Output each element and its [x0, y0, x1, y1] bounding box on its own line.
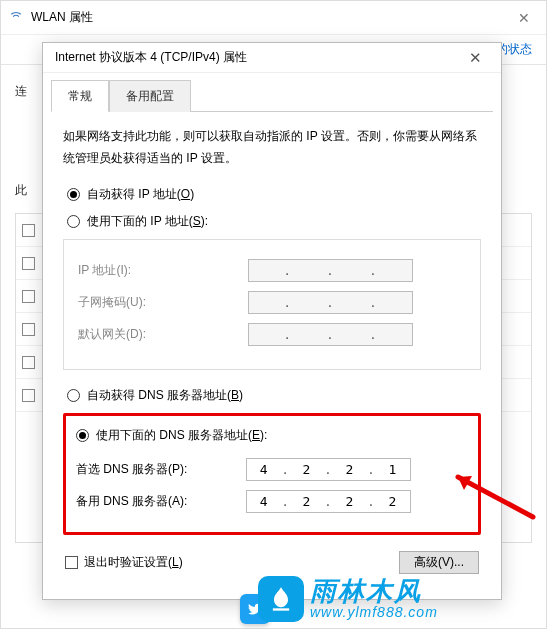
dialog-close-button[interactable]: ✕: [457, 49, 493, 67]
checkbox-icon: [22, 257, 35, 270]
checkbox-label: 退出时验证设置(L): [84, 554, 183, 571]
ip-address-label: IP 地址(I):: [78, 262, 248, 279]
validate-on-exit-checkbox[interactable]: 退出时验证设置(L): [65, 554, 183, 571]
advanced-button[interactable]: 高级(V)...: [399, 551, 479, 574]
radio-icon: [67, 389, 80, 402]
radio-icon: [67, 215, 80, 228]
checkbox-icon: [65, 556, 78, 569]
dns-group: 自动获得 DNS 服务器地址(B) 使用下面的 DNS 服务器地址(E): 首选…: [63, 382, 481, 535]
radio-manual-ip[interactable]: 使用下面的 IP 地址(S):: [63, 208, 481, 235]
hint-text: 如果网络支持此功能，则可以获取自动指派的 IP 设置。否则，你需要从网络系统管理…: [63, 126, 481, 169]
wifi-icon: [1, 9, 31, 26]
ipv4-properties-dialog: Internet 协议版本 4 (TCP/IPv4) 属性 ✕ 常规 备用配置 …: [42, 42, 502, 600]
checkbox-icon: [22, 323, 35, 336]
dialog-body: 如果网络支持此功能，则可以获取自动指派的 IP 设置。否则，你需要从网络系统管理…: [43, 112, 501, 584]
gateway-label: 默认网关(D):: [78, 326, 248, 343]
tab-alt-config[interactable]: 备用配置: [109, 80, 191, 112]
ip-group: 自动获得 IP 地址(O) 使用下面的 IP 地址(S): IP 地址(I): …: [63, 181, 481, 370]
wlan-title: WLAN 属性: [31, 9, 501, 26]
ip-address-input: ...: [248, 259, 413, 282]
wlan-titlebar: WLAN 属性 ✕: [1, 1, 546, 35]
alternate-dns-label: 备用 DNS 服务器(A):: [76, 493, 246, 510]
radio-auto-ip[interactable]: 自动获得 IP 地址(O): [63, 181, 481, 208]
subnet-mask-label: 子网掩码(U):: [78, 294, 248, 311]
radio-label: 自动获得 IP 地址(O): [87, 186, 194, 203]
radio-auto-dns[interactable]: 自动获得 DNS 服务器地址(B): [63, 382, 481, 409]
checkbox-icon: [22, 224, 35, 237]
checkbox-icon: [22, 290, 35, 303]
dialog-title: Internet 协议版本 4 (TCP/IPv4) 属性: [55, 49, 457, 66]
checkbox-icon: [22, 356, 35, 369]
radio-icon: [67, 188, 80, 201]
share-icon: [240, 594, 270, 624]
dialog-titlebar: Internet 协议版本 4 (TCP/IPv4) 属性 ✕: [43, 43, 501, 73]
radio-icon: [76, 429, 89, 442]
tab-general[interactable]: 常规: [51, 80, 109, 112]
tabs: 常规 备用配置: [51, 79, 493, 112]
radio-label: 使用下面的 DNS 服务器地址(E):: [96, 427, 267, 444]
alternate-dns-input[interactable]: 4. 2. 2. 2: [246, 490, 411, 513]
gateway-input: ...: [248, 323, 413, 346]
bottom-row: 退出时验证设置(L) 高级(V)...: [63, 545, 481, 574]
radio-manual-dns[interactable]: 使用下面的 DNS 服务器地址(E):: [76, 422, 468, 449]
wlan-close-button[interactable]: ✕: [501, 1, 546, 34]
radio-label: 使用下面的 IP 地址(S):: [87, 213, 208, 230]
radio-label: 自动获得 DNS 服务器地址(B): [87, 387, 243, 404]
preferred-dns-input[interactable]: 4. 2. 2. 1: [246, 458, 411, 481]
subnet-mask-input: ...: [248, 291, 413, 314]
ip-fields: IP 地址(I): ... 子网掩码(U): ... 默认网关(D): ...: [63, 239, 481, 370]
preferred-dns-label: 首选 DNS 服务器(P):: [76, 461, 246, 478]
checkbox-icon: [22, 389, 35, 402]
dns-highlight-box: 使用下面的 DNS 服务器地址(E): 首选 DNS 服务器(P): 4. 2.…: [63, 413, 481, 535]
